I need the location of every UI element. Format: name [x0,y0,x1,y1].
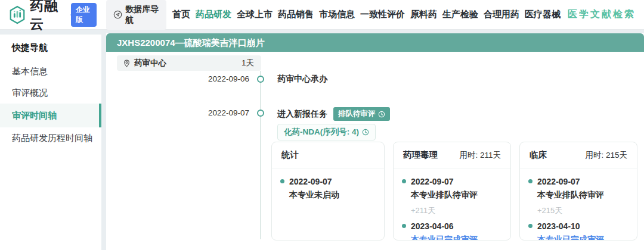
card-duration: 用时: 215天 [585,150,627,161]
timeline-body: 药审中心 1天 2022-09-06 药审中心承办 2022-09-07 进入新… [106,52,644,250]
entry-date: 2022-09-07 [289,177,332,186]
location-pin-icon [123,60,131,67]
review-center-name: 药审中心 [134,58,242,68]
timeline-vertical-line [260,71,261,239]
clock-icon [378,111,385,118]
event-text: 进入新报任务 [277,109,327,120]
nav-item-home[interactable]: 首页 [172,9,190,20]
review-center-duration: 1天 [242,58,254,68]
event-date: 2022-09-07 [190,108,249,117]
card-entry: 2023-04-10 本专业已完成审评 [528,221,628,240]
card-clinical: 临床 用时: 215天 2022-09-07 本专业排队待审评 +215天 [519,142,637,240]
brand-hexagon-icon [8,5,26,24]
entry-date: 2022-09-07 [537,177,580,186]
bullet-dot-icon [528,179,532,183]
card-duration: 用时: 211天 [459,150,501,161]
entry-desc: 本专业排队待审评 [411,190,478,201]
nav-item-production-inspection[interactable]: 生产检验 [442,9,478,20]
card-entry: 2022-09-07 本专业排队待审评 [402,176,502,201]
nav-item-consistency-eval[interactable]: 一致性评价 [360,9,405,20]
entry-desc-link[interactable]: 本专业已完成审评 [411,235,478,240]
database-nav-label: 数据库导航 [125,4,159,26]
specialty-cards-row: 统计 2022-09-07 本专业未启动 药理毒理 用时: [271,142,637,240]
brand-name: 药融云 [30,0,63,33]
event-text: 药审中心承办 [277,74,327,85]
quick-nav-sidebar: 快捷导航 基本信息 审评概况 审评时间轴 药品研发历程时间轴 [0,35,101,250]
timeline-node-icon [257,110,264,117]
brand-logo[interactable]: 药融云 企业版 [8,0,97,33]
review-center-header: 药审中心 1天 [117,55,261,71]
elapsed-days: +211天 [411,205,502,216]
nav-item-drug-rd[interactable]: 药品研发 [196,9,231,20]
sidebar-title: 快捷导航 [0,37,101,58]
status-badge: 排队待审评 [333,107,390,121]
nda-sequence-label: 化药-NDA(序列号: 4) [284,127,359,138]
nav-item-medical-devices[interactable]: 医疗器械 [525,9,561,20]
bullet-dot-icon [528,224,532,228]
event-row: 进入新报任务 排队待审评 [277,107,390,121]
bullet-dot-icon [402,224,406,228]
card-statistics: 统计 2022-09-07 本专业未启动 [271,142,385,240]
sidebar-item-rd-history-timeline[interactable]: 药品研发历程时间轴 [0,127,101,149]
card-pharmacology-toxicology: 药理毒理 用时: 211天 2022-09-07 本专业排队待审评 +211天 [393,142,511,240]
nav-item-api[interactable]: 原料药 [410,9,437,20]
card-entry: 2022-09-07 本专业排队待审评 [528,176,628,201]
status-badge-label: 排队待审评 [338,109,376,119]
card-title: 临床 [530,149,547,161]
nav-item-drug-sales[interactable]: 药品销售 [278,9,314,20]
sidebar-item-review-overview[interactable]: 审评概况 [0,82,101,104]
card-title: 统计 [281,149,299,161]
drug-title-bar: JXHS2200074—硫酸瑞美吉泮口崩片 [106,33,644,52]
nav-item-global-listing[interactable]: 全球上市 [237,9,273,20]
card-title: 药理毒理 [403,149,438,161]
top-navbar: 药融云 企业版 数据库导航 首页 药品研发 全球上市 药品销售 市场信息 一致性… [0,0,644,30]
timeline-node-icon [257,76,264,83]
primary-nav: 首页 药品研发 全球上市 药品销售 市场信息 一致性评价 原料药 生产检验 合理… [172,9,561,20]
event-date: 2022-09-06 [190,74,249,83]
database-nav-button[interactable]: 数据库导航 [106,0,166,30]
bullet-dot-icon [402,179,406,183]
entry-desc: 本专业排队待审评 [537,190,604,201]
nav-item-rational-drug-use[interactable]: 合理用药 [484,9,519,20]
event-row: 药审中心承办 [277,74,327,85]
elapsed-days: +215天 [537,205,628,216]
entry-desc-link[interactable]: 本专业已完成审评 [537,235,604,240]
entry-date: 2023-04-06 [411,221,454,231]
sidebar-item-review-timeline[interactable]: 审评时间轴 [0,104,101,127]
bullet-dot-icon [280,179,284,183]
nda-sequence-badge[interactable]: 化药-NDA(序列号: 4) [277,124,376,140]
sidebar-item-basic-info[interactable]: 基本信息 [0,61,101,82]
nav-item-market-info[interactable]: 市场信息 [319,9,355,20]
entry-date: 2023-04-10 [537,221,580,231]
entry-desc: 本专业未启动 [289,190,339,201]
navigation-compass-icon [113,10,122,19]
review-timeline-panel: JXHS2200074—硫酸瑞美吉泮口崩片 药审中心 1天 2022-09-06… [106,33,644,250]
literature-search-link[interactable]: 医学文献检索 [568,8,636,21]
card-entry: 2022-09-07 本专业未启动 [280,176,376,201]
card-entry: 2023-04-06 本专业已完成审评 [402,221,502,240]
clock-icon [362,129,369,136]
entry-date: 2022-09-07 [411,177,454,186]
edition-badge: 企业版 [71,3,97,27]
